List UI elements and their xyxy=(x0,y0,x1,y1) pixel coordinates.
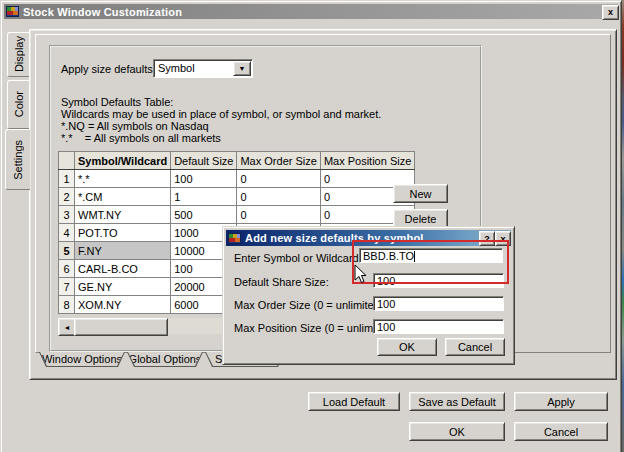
tab-color[interactable]: Color xyxy=(7,80,30,129)
apply-by-combobox[interactable]: Symbol ▼ xyxy=(153,59,253,78)
tab-window-options[interactable]: Window Options xyxy=(39,352,125,367)
cell-symbol[interactable]: GE.NY xyxy=(75,278,171,296)
apply-button[interactable]: Apply xyxy=(514,392,608,411)
tab-settings[interactable]: Settings xyxy=(5,129,30,190)
row-num: 2 xyxy=(59,188,75,206)
cell-default-size[interactable]: 100 xyxy=(171,170,237,188)
max-order-size-label: Max Order Size (0 = unlimited): xyxy=(234,299,387,311)
row-num: 5 xyxy=(59,242,75,260)
dialog-title: Add new size defaults by symbol xyxy=(245,232,424,244)
row-num: 1 xyxy=(59,170,75,188)
info-line-1: Symbol Defaults Table: xyxy=(61,96,173,108)
row-num: 6 xyxy=(59,260,75,278)
cancel-button[interactable]: Cancel xyxy=(514,422,608,441)
table-horizontal-scrollbar[interactable]: ◄ xyxy=(58,318,223,334)
max-position-size-input[interactable]: 100 xyxy=(373,319,504,334)
info-line-3: *.NQ = All symbols on Nasdaq xyxy=(61,120,209,132)
symbol-field-label: Enter Symbol or Wildcard: xyxy=(234,252,362,264)
dialog-close-icon[interactable]: x xyxy=(495,231,511,246)
max-order-size-input[interactable]: 100 xyxy=(373,296,504,311)
row-num: 8 xyxy=(59,296,75,314)
default-share-size-input[interactable]: 100 xyxy=(373,273,504,288)
cell-symbol[interactable]: *.* xyxy=(75,170,171,188)
row-num: 7 xyxy=(59,278,75,296)
scrollbar-thumb[interactable] xyxy=(74,318,168,336)
cell-default-size[interactable]: 1 xyxy=(171,188,237,206)
cell-symbol[interactable]: WMT.NY xyxy=(75,206,171,224)
info-line-2: Wildcards may be used in place of symbol… xyxy=(61,108,381,120)
col-symbol[interactable]: Symbol/Wildcard xyxy=(75,152,171,170)
table-row[interactable]: 3 WMT.NY 500 0 0 xyxy=(59,206,415,224)
save-as-default-button[interactable]: Save as Default xyxy=(409,392,505,411)
cell-symbol[interactable]: F.NY xyxy=(75,242,171,260)
row-num: 4 xyxy=(59,224,75,242)
tab-window-options-label: Window Options xyxy=(40,352,124,366)
cell-max-order[interactable]: 0 xyxy=(237,206,320,224)
info-line-4: *.* = All symbols on all markets xyxy=(61,132,221,144)
app-icon xyxy=(6,6,19,17)
row-num: 3 xyxy=(59,206,75,224)
table-row[interactable]: 2 *.CM 1 0 0 xyxy=(59,188,415,206)
corner-header xyxy=(59,152,75,170)
tab-display[interactable]: Display xyxy=(7,32,30,77)
dialog-ok-button[interactable]: OK xyxy=(377,338,437,356)
window-title: Stock Window Customization xyxy=(23,6,182,18)
table-row[interactable]: 1 *.* 100 0 0 xyxy=(59,170,415,188)
apply-by-value: Symbol xyxy=(158,62,195,74)
table-header-row: Symbol/Wildcard Default Size Max Order S… xyxy=(59,152,415,170)
dialog-titlebar[interactable]: Add new size defaults by symbol xyxy=(226,230,511,246)
dialog-cancel-button[interactable]: Cancel xyxy=(445,338,505,356)
max-position-size-value: 100 xyxy=(377,321,395,333)
load-default-button[interactable]: Load Default xyxy=(308,392,400,411)
cell-symbol[interactable]: CARL-B.CO xyxy=(75,260,171,278)
app-icon xyxy=(228,233,241,244)
new-button[interactable]: New xyxy=(393,184,448,203)
add-size-defaults-dialog: Add new size defaults by symbol ? x Ente… xyxy=(222,226,515,365)
help-icon[interactable]: ? xyxy=(479,231,495,246)
default-share-size-value: 100 xyxy=(377,275,395,287)
symbol-input-value: BBD.B.TO xyxy=(363,250,414,262)
ok-button[interactable]: OK xyxy=(409,422,505,441)
cell-symbol[interactable]: *.CM xyxy=(75,188,171,206)
tab-global-options-label: Global Options xyxy=(128,352,202,366)
tab-color-label: Color xyxy=(13,91,25,117)
col-max-position[interactable]: Max Position Size xyxy=(320,152,414,170)
text-caret xyxy=(414,251,415,262)
main-titlebar[interactable]: Stock Window Customization xyxy=(4,4,618,19)
cell-default-size[interactable]: 500 xyxy=(171,206,237,224)
max-order-size-value: 100 xyxy=(377,298,395,310)
symbol-input[interactable]: BBD.B.TO xyxy=(359,248,503,263)
cell-symbol[interactable]: XOM.NY xyxy=(75,296,171,314)
tab-settings-label: Settings xyxy=(12,140,24,180)
col-default-size[interactable]: Default Size xyxy=(171,152,237,170)
col-max-order[interactable]: Max Order Size xyxy=(237,152,320,170)
mouse-cursor xyxy=(354,264,368,285)
cell-max-order[interactable]: 0 xyxy=(237,170,320,188)
close-icon[interactable]: x xyxy=(602,5,619,20)
default-share-size-label: Default Share Size: xyxy=(234,276,329,288)
tab-display-label: Display xyxy=(13,36,25,72)
chevron-down-icon[interactable]: ▼ xyxy=(233,61,251,76)
tab-global-options[interactable]: Global Options xyxy=(127,352,203,367)
screen: Stock Window Customization x Display Col… xyxy=(0,0,624,452)
cell-max-order[interactable]: 0 xyxy=(237,188,320,206)
cell-symbol[interactable]: POT.TO xyxy=(75,224,171,242)
